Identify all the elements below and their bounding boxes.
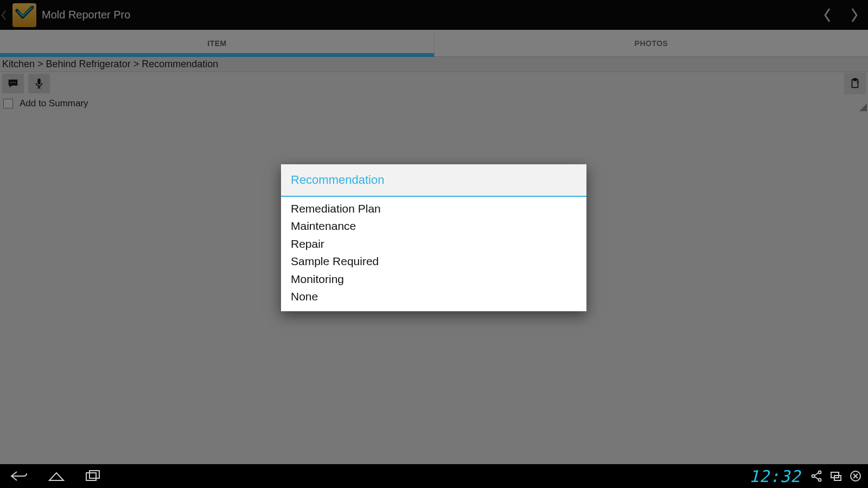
svg-point-2 [15, 82, 16, 83]
app-action-bar: Mold Reporter Pro [0, 0, 868, 30]
svg-rect-8 [86, 473, 96, 480]
tab-photos-label: PHOTOS [635, 39, 668, 48]
next-button[interactable] [841, 0, 868, 30]
back-icon[interactable] [9, 465, 30, 487]
svg-point-1 [12, 82, 14, 83]
add-to-summary-row[interactable]: Add to Summary [0, 95, 868, 112]
svg-line-13 [814, 473, 819, 476]
svg-line-14 [814, 477, 819, 479]
tab-item-label: ITEM [207, 39, 226, 48]
svg-point-0 [10, 82, 11, 83]
screen-icon[interactable] [828, 468, 844, 484]
option-remediation-plan[interactable]: Remediation Plan [291, 200, 577, 217]
svg-rect-9 [90, 471, 99, 478]
comment-button[interactable] [2, 74, 24, 93]
recent-apps-icon[interactable] [82, 465, 104, 487]
breadcrumb-text: Kitchen > Behind Refrigerator > Recommen… [2, 59, 218, 70]
system-navigation-bar: 12:32 [0, 464, 868, 488]
option-repair[interactable]: Repair [291, 235, 577, 253]
chevron-left-icon[interactable] [0, 0, 9, 30]
dialog-title: Recommendation [281, 164, 586, 197]
option-maintenance[interactable]: Maintenance [291, 217, 577, 235]
option-none[interactable]: None [291, 288, 577, 305]
tab-photos[interactable]: PHOTOS [434, 30, 868, 56]
clipboard-button[interactable] [844, 73, 866, 94]
svg-rect-7 [853, 79, 857, 81]
app-title: Mold Reporter Pro [42, 9, 130, 21]
dialog-options-list: Remediation Plan Maintenance Repair Samp… [281, 197, 586, 311]
status-clock: 12:32 [749, 467, 801, 486]
recommendation-dialog: Recommendation Remediation Plan Maintena… [281, 164, 586, 311]
app-icon[interactable] [12, 3, 36, 27]
option-sample-required[interactable]: Sample Required [291, 253, 577, 270]
add-to-summary-label: Add to Summary [20, 98, 88, 109]
home-icon[interactable] [46, 465, 67, 487]
tab-bar: ITEM PHOTOS [0, 30, 868, 57]
toolbar [0, 72, 868, 95]
share-icon[interactable] [808, 468, 825, 484]
dropdown-indicator-icon [859, 104, 867, 111]
option-monitoring[interactable]: Monitoring [291, 271, 577, 288]
prev-button[interactable] [814, 0, 841, 30]
breadcrumb: Kitchen > Behind Refrigerator > Recommen… [0, 57, 868, 72]
add-to-summary-checkbox[interactable] [3, 99, 13, 108]
tab-item[interactable]: ITEM [0, 30, 434, 56]
svg-rect-3 [37, 79, 41, 85]
close-circle-icon[interactable] [847, 468, 864, 484]
microphone-button[interactable] [28, 74, 50, 93]
